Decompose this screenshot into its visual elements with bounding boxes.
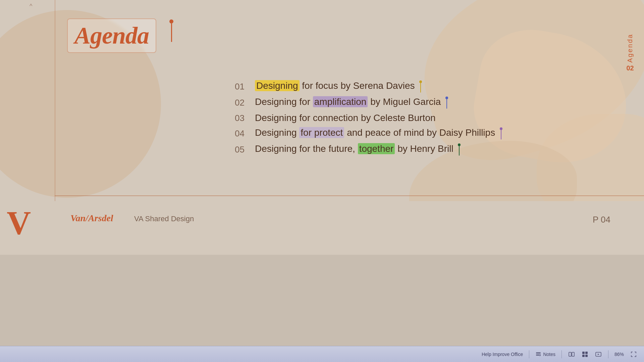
footer-v-logo: V bbox=[7, 206, 31, 240]
item-num-04: 04 bbox=[235, 128, 248, 139]
svg-rect-6 bbox=[585, 352, 588, 354]
side-label: Agenda 02 bbox=[626, 34, 634, 72]
cursor-pin-01 bbox=[419, 80, 422, 93]
taskbar: Help Improve Office Notes bbox=[0, 346, 644, 362]
highlight-for-protect: for protect bbox=[299, 127, 344, 138]
svg-rect-0 bbox=[536, 352, 541, 353]
agenda-item-02: 02 Designing for amplification by Miguel… bbox=[235, 97, 502, 109]
agenda-item-03: 03 Designing for connection by Celeste B… bbox=[235, 113, 502, 123]
slide-area: ^ Agenda 01 Designing for focus by Seren… bbox=[0, 0, 644, 255]
footer-subtitle: VA Shared Design bbox=[134, 215, 194, 223]
svg-marker-10 bbox=[598, 354, 599, 355]
slide-horizontal-divider bbox=[55, 195, 644, 196]
svg-rect-7 bbox=[582, 355, 585, 357]
item-text-05: Designing for the future, together by He… bbox=[255, 143, 461, 156]
item-num-05: 05 bbox=[235, 144, 248, 155]
svg-rect-4 bbox=[572, 352, 574, 356]
item-text-02: Designing for amplification by Miguel Ga… bbox=[255, 97, 448, 109]
svg-rect-3 bbox=[569, 352, 571, 356]
pin-head bbox=[169, 19, 173, 23]
taskbar-divider-2 bbox=[561, 350, 562, 358]
agenda-list: 01 Designing for focus by Serena Davies … bbox=[235, 80, 502, 156]
highlight-amplification: amplification bbox=[313, 96, 368, 107]
agenda-item-01: 01 Designing for focus by Serena Davies bbox=[235, 80, 502, 93]
grid-view-icon[interactable] bbox=[581, 351, 589, 358]
cursor-pin-agenda bbox=[169, 19, 173, 42]
slideshow-icon[interactable] bbox=[595, 351, 602, 358]
side-num: 02 bbox=[626, 64, 634, 72]
cursor-pin-04 bbox=[500, 127, 502, 139]
fit-slide-icon[interactable] bbox=[630, 351, 637, 358]
side-agenda-text: Agenda bbox=[626, 34, 634, 63]
cursor-pin-05 bbox=[458, 143, 461, 156]
svg-rect-8 bbox=[585, 355, 588, 357]
zoom-level[interactable]: 86% bbox=[614, 352, 624, 357]
agenda-item-04: 04 Designing for protect and peace of mi… bbox=[235, 127, 502, 139]
footer-page: P 04 bbox=[593, 215, 610, 225]
reading-view-icon[interactable] bbox=[568, 351, 575, 358]
highlight-together: together bbox=[358, 143, 395, 154]
slide-footer: V Van/Arsdel VA Shared Design P 04 bbox=[0, 201, 644, 255]
item-text-04: Designing for protect and peace of mind … bbox=[255, 127, 502, 139]
taskbar-divider-1 bbox=[529, 350, 529, 358]
agenda-title: Agenda bbox=[74, 22, 149, 49]
help-improve-office[interactable]: Help Improve Office bbox=[482, 352, 523, 357]
scroll-up-arrow[interactable]: ^ bbox=[30, 3, 32, 10]
svg-rect-1 bbox=[536, 354, 541, 354]
notes-label: Notes bbox=[543, 352, 555, 357]
svg-rect-5 bbox=[582, 352, 585, 354]
item-text-03: Designing for connection by Celeste Burt… bbox=[255, 113, 436, 123]
svg-rect-2 bbox=[536, 355, 539, 356]
item-num-03: 03 bbox=[235, 113, 248, 123]
cursor-pin-02 bbox=[445, 97, 448, 109]
taskbar-divider-3 bbox=[608, 350, 608, 358]
notes-icon bbox=[535, 351, 541, 357]
notes-button[interactable]: Notes bbox=[535, 351, 555, 357]
item-num-02: 02 bbox=[235, 98, 248, 108]
footer-brand: Van/Arsdel bbox=[70, 213, 113, 224]
highlight-designing-01: Designing bbox=[255, 80, 300, 91]
agenda-title-box: Agenda bbox=[67, 18, 156, 53]
agenda-item-05: 05 Designing for the future, together by… bbox=[235, 143, 502, 156]
item-text-01: Designing for focus by Serena Davies bbox=[255, 80, 422, 93]
item-num-01: 01 bbox=[235, 81, 248, 92]
pin-line bbox=[171, 23, 172, 42]
